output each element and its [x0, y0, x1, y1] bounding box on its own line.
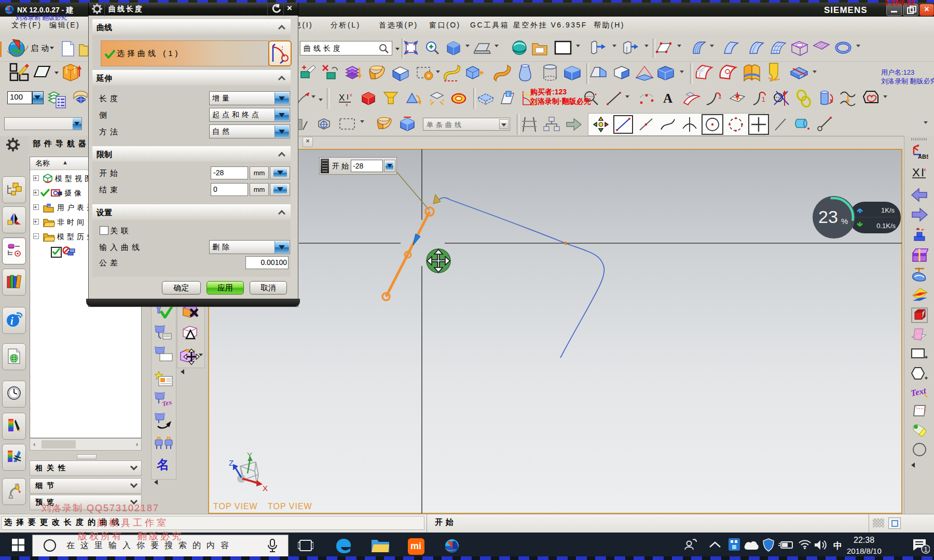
svg-text:1: 1 — [718, 93, 722, 100]
svg-text:X: X — [912, 166, 920, 179]
svg-text:i: i — [10, 315, 13, 327]
svg-text:TOP VIEW: TOP VIEW — [268, 502, 312, 511]
svg-text:TOP VIEW: TOP VIEW — [213, 502, 258, 511]
svg-text:x: x — [350, 92, 352, 97]
svg-text:ABS: ABS — [918, 153, 928, 160]
svg-text:Z: Z — [229, 458, 233, 467]
svg-text:x: x — [924, 167, 926, 172]
svg-text:1: 1 — [762, 96, 765, 103]
svg-text:%: % — [841, 217, 848, 226]
svg-text:1: 1 — [924, 546, 928, 553]
svg-text:X: X — [263, 484, 268, 493]
svg-text:0.1K/s: 0.1K/s — [876, 222, 896, 230]
svg-text:1K/s: 1K/s — [881, 206, 895, 214]
svg-text:Y: Y — [247, 451, 252, 459]
svg-text:Text: Text — [910, 385, 927, 398]
svg-text:x: x — [346, 102, 348, 107]
svg-text:X: X — [339, 93, 345, 103]
svg-text:23: 23 — [818, 207, 838, 227]
svg-text:I: I — [347, 93, 349, 101]
